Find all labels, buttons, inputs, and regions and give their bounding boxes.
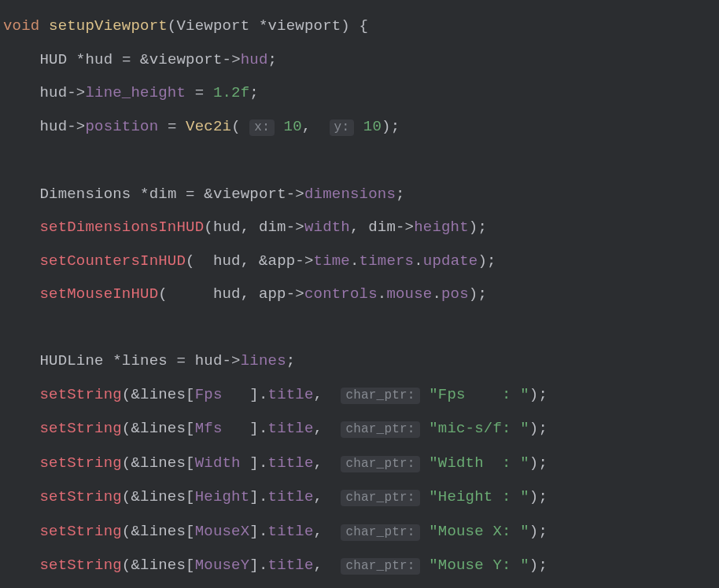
param-hint: y:	[330, 119, 355, 136]
code-line: hud->position = Vec2i( x: 10, y: 10);	[3, 118, 400, 135]
code-line: void setupViewport(Viewport *viewport) {	[3, 17, 368, 35]
member: width	[304, 219, 350, 236]
function-call: setCountersInHUD	[39, 252, 186, 270]
var: dim	[149, 186, 177, 203]
var: dim	[259, 219, 286, 236]
enum-index: Fps	[195, 386, 250, 403]
arg: hud	[213, 285, 241, 303]
member: lines	[241, 352, 286, 369]
member: time	[314, 252, 350, 270]
param-hint: char_ptr:	[341, 524, 419, 541]
code-line: setCountersInHUD( hud, &app->time.timers…	[3, 252, 496, 270]
equals: =	[186, 186, 195, 203]
code-line: setString(&lines[Width ].title, char_ptr…	[3, 454, 548, 472]
code-block: void setupViewport(Viewport *viewport) {…	[0, 0, 719, 588]
function-call: setString	[39, 523, 121, 540]
var: viewport	[213, 186, 286, 203]
param-hint: char_ptr:	[341, 490, 419, 506]
equals: =	[195, 84, 205, 101]
string: "Mouse Y: "	[429, 557, 529, 574]
member: hud	[241, 51, 268, 68]
var: lines	[122, 352, 168, 369]
equals: =	[176, 352, 186, 369]
number: 10	[284, 118, 302, 135]
code-line: setString(&lines[Height].title, char_ptr…	[3, 488, 548, 505]
code-line: hud->line_height = 1.2f;	[3, 84, 259, 101]
arg: hud	[213, 252, 241, 270]
var: viewport	[149, 51, 223, 68]
code-line: setString(&lines[MouseY].title, char_ptr…	[3, 557, 548, 574]
member: title	[268, 488, 314, 505]
member: title	[268, 420, 314, 437]
function-call: setDimensionsInHUD	[39, 219, 204, 236]
blank-line	[3, 319, 13, 336]
member: pos	[441, 285, 469, 303]
arrow: ->	[295, 252, 313, 270]
string: "Height : "	[429, 488, 529, 505]
member: dimensions	[304, 186, 396, 203]
star: *	[140, 186, 149, 203]
member: title	[268, 386, 314, 403]
star: *	[76, 51, 86, 68]
member: controls	[304, 285, 378, 303]
ampersand: &	[259, 252, 268, 270]
enum-index: Width	[195, 454, 250, 472]
number: 1.2f	[213, 84, 249, 101]
number: 10	[363, 118, 382, 135]
function-call: setString	[39, 420, 121, 437]
arrow: ->	[67, 118, 85, 135]
member: title	[268, 523, 314, 540]
ampersand: &	[131, 420, 140, 437]
ampersand: &	[131, 557, 140, 574]
member: update	[423, 252, 478, 270]
type: HUDLine	[39, 352, 103, 369]
param-hint: char_ptr:	[341, 456, 419, 472]
equals: =	[168, 118, 177, 135]
star: *	[112, 352, 122, 369]
type: HUD	[39, 51, 67, 68]
ampersand: &	[131, 523, 140, 540]
function-name: Vec2i	[186, 118, 231, 135]
param-hint: char_ptr:	[341, 558, 419, 575]
var: lines	[140, 523, 186, 540]
var: hud	[85, 51, 112, 68]
arg: hud	[213, 219, 241, 236]
member: title	[268, 454, 314, 472]
function-call: setString	[39, 557, 121, 574]
param-hint: char_ptr:	[341, 388, 419, 404]
member: line_height	[85, 84, 186, 101]
keyword: void	[3, 17, 39, 35]
type: Viewport	[176, 17, 249, 35]
var: lines	[140, 420, 186, 437]
member: timers	[360, 252, 415, 270]
string: "Mouse X: "	[429, 523, 529, 540]
arrow: ->	[286, 186, 304, 203]
member: position	[85, 118, 158, 135]
enum-index: Height	[195, 488, 250, 505]
member: height	[414, 219, 469, 236]
function-call: setString	[39, 454, 121, 472]
string: "Fps : "	[429, 386, 529, 403]
var: app	[259, 285, 286, 303]
var: dim	[368, 219, 396, 236]
var: app	[268, 252, 296, 270]
arrow: ->	[396, 219, 414, 236]
arrow: ->	[286, 285, 304, 303]
code-line: setString(&lines[Fps ].title, char_ptr: …	[3, 386, 548, 403]
ampersand: &	[131, 454, 140, 472]
function-call: setString	[39, 488, 121, 505]
code-line: Dimensions *dim = &viewport->dimensions;	[3, 186, 405, 203]
param: viewport	[268, 17, 341, 35]
code-line: HUDLine *lines = hud->lines;	[3, 352, 295, 369]
arrow: ->	[223, 352, 241, 369]
code-line: HUD *hud = &viewport->hud;	[3, 51, 277, 68]
param-hint: char_ptr:	[341, 421, 419, 438]
var: lines	[140, 386, 186, 403]
arrow: ->	[286, 219, 304, 236]
arrow: ->	[67, 84, 85, 101]
enum-index: MouseX	[195, 523, 250, 540]
enum-index: Mfs	[195, 420, 250, 437]
star: *	[259, 17, 268, 35]
var: hud	[39, 84, 67, 101]
var: hud	[39, 118, 67, 135]
